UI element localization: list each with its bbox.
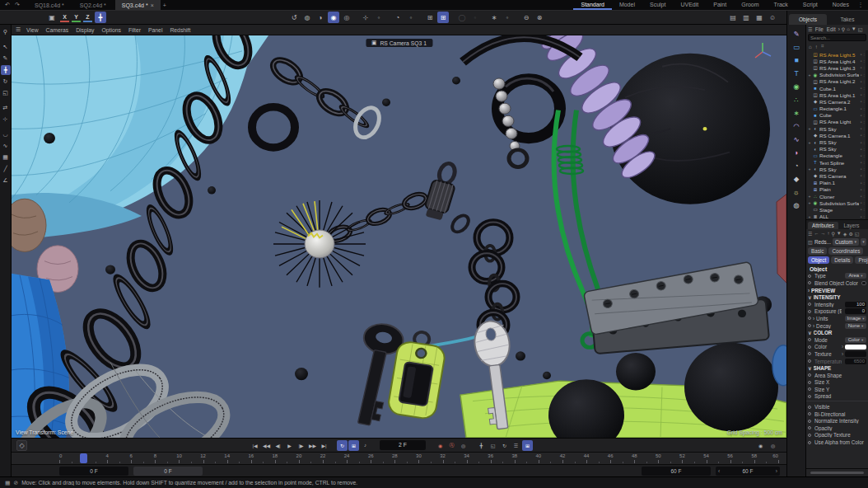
- render-visibility-toggle[interactable]: ▫: [861, 52, 862, 57]
- model-mode-button[interactable]: ◍: [301, 12, 313, 23]
- snap-settings-button[interactable]: ⊞: [437, 12, 449, 23]
- prev-key-button[interactable]: ◀◀: [261, 440, 272, 451]
- object-row[interactable]: ◐ RS Sky ▫ :: [808, 146, 868, 152]
- viewport-menu-icon[interactable]: ☰: [14, 26, 22, 34]
- expand-toggle[interactable]: +: [808, 140, 811, 145]
- keyframe-dot[interactable]: [808, 281, 811, 284]
- render-visibility-toggle[interactable]: ▫: [861, 173, 862, 178]
- object-row[interactable]: ◆ RS Camera.1 ▫ :: [808, 132, 868, 138]
- quantize-button[interactable]: ◯: [456, 12, 468, 23]
- render-view-button[interactable]: ▤: [727, 12, 739, 23]
- preview-start-field[interactable]: 0 F: [133, 467, 203, 476]
- array-tool-icon[interactable]: ▦: [1, 152, 11, 162]
- axis-mode-button[interactable]: ⊹: [360, 12, 371, 23]
- attribute-row[interactable]: Size Y: [806, 386, 868, 393]
- light-object-icon[interactable]: ☼: [791, 186, 803, 197]
- keyframe-dot[interactable]: [808, 406, 811, 409]
- viewport-menu-item[interactable]: Panel: [145, 27, 166, 33]
- attribute-row[interactable]: Bi-Directional: [806, 411, 868, 418]
- timeline-tick[interactable]: 16: [251, 453, 275, 464]
- render-visibility-toggle[interactable]: ▫: [861, 99, 862, 104]
- keyframe-dot[interactable]: [808, 395, 811, 398]
- attribute-value[interactable]: 6500: [845, 359, 866, 364]
- timeline-tick[interactable]: 18: [275, 453, 299, 464]
- workplane-button[interactable]: ◔: [392, 12, 404, 23]
- attribute-value[interactable]: Area: [845, 273, 866, 279]
- attribute-category-tab[interactable]: Project: [855, 256, 868, 264]
- timeline-start-field[interactable]: 0 F: [59, 467, 128, 476]
- record-scale-button[interactable]: ◱: [488, 440, 498, 451]
- axis-lock-button[interactable]: Y: [72, 12, 81, 22]
- render-visibility-toggle[interactable]: ▫: [861, 147, 862, 152]
- visibility-dots[interactable]: :: [863, 147, 865, 152]
- timeline-tick[interactable]: 4: [107, 453, 131, 464]
- attribute-value[interactable]: 100: [845, 302, 866, 307]
- object-row[interactable]: ■ Cube ▫ :: [808, 112, 868, 119]
- attribute-row[interactable]: ∨ INTENSITY: [806, 293, 868, 301]
- visibility-dots[interactable]: :: [863, 113, 865, 118]
- render-visibility-toggle[interactable]: ▫: [861, 160, 862, 165]
- preview-end-field[interactable]: ‹ 60 F ›: [716, 467, 780, 476]
- gear-icon[interactable]: ⚙: [848, 231, 852, 237]
- document-tab[interactable]: SQ18.c4d *: [28, 0, 73, 10]
- make-editable-button[interactable]: ↺: [288, 12, 300, 23]
- attribute-row[interactable]: Normalize Intensity: [806, 417, 868, 425]
- object-row[interactable]: ◫ RS Area Light.4 ▫ :: [808, 58, 868, 64]
- attribute-value[interactable]: [845, 351, 866, 357]
- autokey-record-button[interactable]: ◇: [16, 440, 27, 451]
- keyframe-dot[interactable]: [808, 345, 811, 349]
- filter-icon[interactable]: ▼: [852, 26, 856, 31]
- attribute-category-tab[interactable]: Object: [808, 256, 829, 264]
- layout-tab[interactable]: Sculpt: [642, 0, 673, 10]
- attribute-category-tab[interactable]: Basic: [808, 247, 827, 255]
- camera-label[interactable]: ▣ RS Camera SQ3 1: [366, 39, 432, 47]
- visibility-dots[interactable]: :: [863, 52, 865, 57]
- keyframe-selection-button[interactable]: ◎: [458, 440, 469, 451]
- selection-tool-icon[interactable]: ↖: [1, 42, 11, 52]
- keyframe-dot[interactable]: [808, 303, 811, 306]
- attribute-row[interactable]: Use Alpha from Color Textur: [806, 439, 868, 446]
- magnet-button[interactable]: ∗: [488, 12, 500, 23]
- timeline-tick[interactable]: 8: [155, 453, 179, 464]
- expand-toggle[interactable]: +: [808, 194, 811, 199]
- object-row[interactable]: ◫ RS Area Light.5 ▫ :: [808, 51, 868, 58]
- keyframe-dot[interactable]: [808, 324, 811, 327]
- search-icon[interactable]: ⚲: [842, 26, 845, 32]
- keyframe-dot[interactable]: [808, 373, 811, 377]
- timeline-tick[interactable]: 48: [634, 453, 658, 464]
- primitive-cube-icon[interactable]: ■: [791, 54, 803, 65]
- keyframe-dot[interactable]: [808, 274, 811, 278]
- remove-button[interactable]: ⊖: [520, 12, 532, 23]
- attribute-value[interactable]: None: [845, 323, 866, 329]
- visibility-dots[interactable]: :: [863, 86, 865, 91]
- play-button[interactable]: ▶: [284, 440, 295, 451]
- timeline-tick[interactable]: 42: [562, 453, 586, 464]
- new-tab-button[interactable]: +: [161, 1, 169, 9]
- attribute-row[interactable]: Area Shape: [806, 372, 868, 379]
- visibility-dots[interactable]: :: [863, 173, 865, 178]
- knife-tool-icon[interactable]: ╱: [1, 164, 11, 174]
- keyframe-dot[interactable]: [808, 338, 811, 341]
- visibility-dots[interactable]: :: [863, 140, 865, 145]
- object-row[interactable]: + ◐ RS Sky ▫ :: [808, 125, 868, 132]
- viewport[interactable]: ▣ RS Camera SQ3 1 View Transform: Scene …: [12, 35, 786, 438]
- timeline-tick[interactable]: 50: [658, 453, 682, 464]
- visibility-dots[interactable]: :: [863, 126, 865, 131]
- volume-icon[interactable]: ◗: [791, 147, 803, 157]
- render-visibility-toggle[interactable]: ▫: [861, 73, 862, 77]
- timeline-ruler[interactable]: 0 2 4 6: [12, 452, 786, 464]
- visibility-dots[interactable]: :: [863, 214, 865, 219]
- attribute-category-tab[interactable]: Coordinates: [828, 247, 863, 255]
- forward-icon[interactable]: →: [820, 231, 825, 236]
- object-row[interactable]: + ◉ Subdivision Surface ▫ :: [808, 199, 868, 206]
- file-menu[interactable]: File: [814, 26, 824, 32]
- timeline-tick[interactable]: 54: [707, 453, 730, 464]
- attribute-row[interactable]: Mode Color: [806, 336, 868, 344]
- attribute-row[interactable]: ∨ SHAPE: [806, 364, 868, 372]
- object-row[interactable]: ▭ Rectangle.1 ▫ :: [808, 106, 868, 112]
- attribute-row[interactable]: › Units Image: [806, 315, 868, 322]
- polygons-mode-button[interactable]: ◎: [341, 12, 352, 23]
- next-key-button[interactable]: ▶▶: [307, 440, 318, 451]
- object-row[interactable]: ▭ Rectangle ▫ :: [808, 152, 868, 159]
- timeline-tick[interactable]: 32: [443, 453, 467, 464]
